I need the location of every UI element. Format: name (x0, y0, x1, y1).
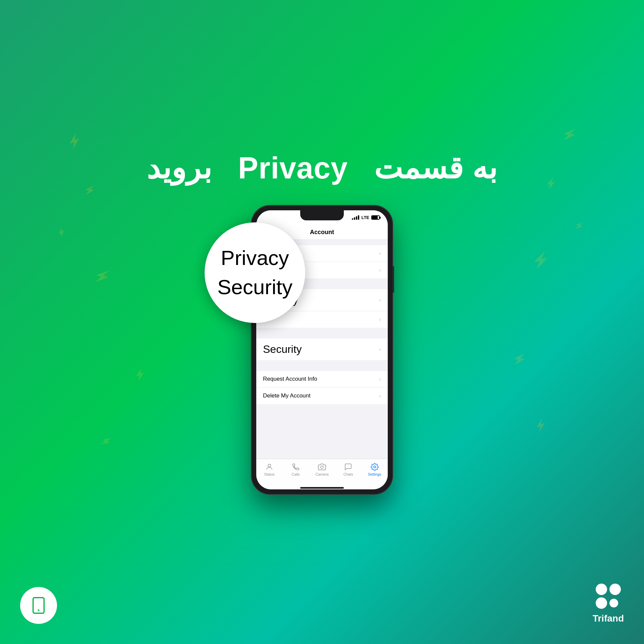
svg-rect-3 (33, 598, 44, 613)
home-indicator (256, 487, 388, 489)
trifand-dots-grid (594, 582, 623, 610)
tab-settings[interactable]: Settings (365, 463, 385, 476)
chevron-icon-1: › (379, 250, 381, 257)
title-persian-suffix: بروید (147, 151, 212, 185)
chevron-icon-2: › (379, 267, 381, 274)
status-tab-label: Status (264, 472, 275, 476)
main-container: به قسمت Privacy بروید Privacy Security (0, 0, 644, 644)
home-bar (300, 487, 344, 489)
chevron-on: › (379, 316, 381, 323)
tab-bar: Status Calls (256, 459, 388, 487)
chevron-security: › (379, 346, 381, 353)
trifand-brand-name: Trifand (593, 613, 624, 624)
delete-account-label: Delete My Account (263, 392, 311, 399)
dot-3 (596, 597, 607, 609)
separator-3 (256, 360, 388, 366)
settings-icon (370, 463, 379, 471)
phone-circle-container (20, 587, 57, 624)
battery-icon (371, 215, 380, 220)
magnify-line1: Privacy (217, 244, 292, 273)
title-english: Privacy (238, 151, 348, 185)
tab-chats[interactable]: Chats (338, 463, 358, 476)
chevron-request: › (379, 376, 381, 383)
menu-item-request-info[interactable]: Request Account Info › (256, 371, 388, 388)
chats-tab-label: Chats (343, 472, 353, 476)
magnify-circle: Privacy Security (205, 222, 305, 323)
network-type: LTE (361, 215, 369, 220)
signal-bar-4 (358, 215, 359, 220)
chevron-delete: › (379, 392, 381, 399)
settings-tab-label: Settings (368, 472, 381, 476)
menu-section-3: Security › (256, 338, 388, 360)
status-icon (265, 463, 274, 471)
nav-title-text: Account (310, 229, 334, 236)
svg-point-1 (321, 466, 323, 469)
magnify-line2: Security (217, 273, 292, 302)
phone-circle-icon (20, 587, 57, 624)
signal-bar-3 (356, 216, 357, 220)
phone-notch (300, 210, 344, 220)
status-icons: LTE (352, 215, 380, 220)
request-info-label: Request Account Info (263, 376, 317, 382)
signal-bars (352, 215, 359, 220)
camera-tab-label: Camera (315, 472, 328, 476)
dot-4 (609, 599, 618, 607)
chats-icon (344, 463, 353, 471)
mobile-icon (29, 596, 48, 615)
page-title: به قسمت Privacy بروید (147, 150, 497, 185)
trifand-logo-container: Trifand (593, 582, 624, 624)
dot-2 (609, 584, 621, 595)
battery-fill (372, 216, 378, 219)
menu-item-delete-account[interactable]: Delete My Account › (256, 388, 388, 404)
chevron-privacy: › (379, 297, 381, 304)
security-label: Security (263, 343, 302, 356)
camera-icon (318, 463, 326, 471)
calls-icon (291, 463, 300, 471)
dot-1 (596, 584, 607, 595)
signal-bar-1 (352, 218, 353, 220)
phone-wrapper: Privacy Security (252, 206, 392, 494)
tab-camera[interactable]: Camera (312, 463, 332, 476)
svg-point-2 (374, 466, 376, 468)
svg-point-0 (268, 464, 271, 467)
trifand-logo: Trifand (593, 582, 624, 624)
menu-item-security[interactable]: Security › (256, 338, 388, 360)
magnify-content: Privacy Security (211, 237, 299, 309)
tab-status[interactable]: Status (259, 463, 279, 476)
menu-section-4: Request Account Info › Delete My Account… (256, 371, 388, 404)
calls-tab-label: Calls (291, 472, 300, 476)
separator-2 (256, 328, 388, 333)
title-persian-prefix: به قسمت (374, 151, 497, 185)
tab-calls[interactable]: Calls (286, 463, 306, 476)
signal-bar-2 (354, 217, 355, 220)
